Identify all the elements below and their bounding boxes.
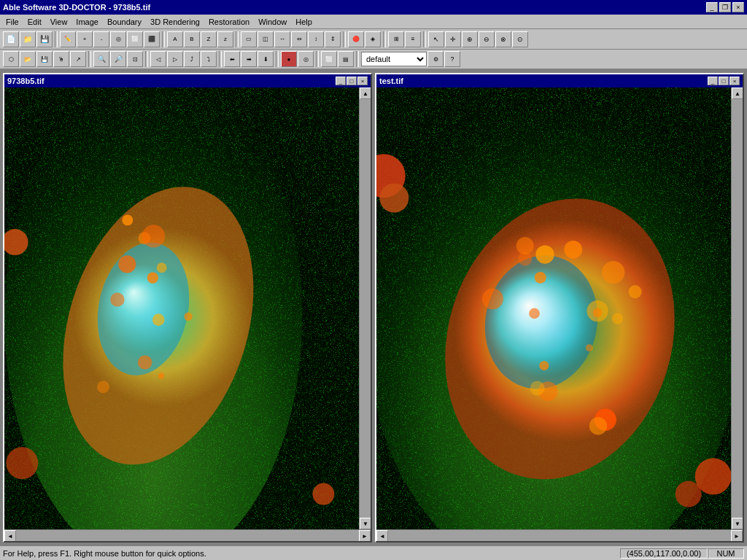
- scroll-left-1[interactable]: ◄: [4, 530, 16, 541]
- toolbar-sep-2: [162, 31, 165, 47]
- image-container-1[interactable]: [4, 88, 359, 529]
- scroll-up-2[interactable]: ▲: [732, 88, 743, 99]
- tool-b2[interactable]: +: [77, 31, 93, 47]
- menu-edit[interactable]: Edit: [23, 16, 46, 28]
- tool-d5[interactable]: ↗: [70, 51, 86, 67]
- tool-d2[interactable]: 📂: [20, 51, 36, 67]
- scroll-track-h-2[interactable]: [388, 530, 731, 541]
- tool-c3[interactable]: ⊗: [495, 31, 511, 47]
- menu-boundary[interactable]: Boundary: [103, 16, 146, 28]
- window-inner-2: ▲ ▼: [376, 88, 743, 529]
- child-title-2: test.tif: [379, 77, 403, 85]
- tool-b11[interactable]: ▭: [241, 31, 257, 47]
- scrollbar-v-1: ▲ ▼: [359, 88, 371, 529]
- tool-e4[interactable]: ◁: [150, 51, 166, 67]
- tool-b10[interactable]: z: [217, 31, 233, 47]
- tool-b8[interactable]: B: [184, 31, 200, 47]
- tool-e10[interactable]: ⬇: [258, 51, 274, 67]
- tool-d1[interactable]: ⬡: [3, 51, 19, 67]
- tool-new[interactable]: 📄: [3, 31, 19, 47]
- scrollbar-h-2: ◄ ►: [376, 529, 743, 541]
- child-max-2[interactable]: □: [719, 77, 729, 85]
- tool-d3[interactable]: 💾: [36, 51, 53, 67]
- child-close-1[interactable]: ×: [357, 77, 368, 85]
- scroll-track-v-1[interactable]: [360, 99, 371, 518]
- scroll-left-2[interactable]: ◄: [376, 530, 388, 541]
- tool-e11[interactable]: ●: [281, 51, 297, 67]
- tool-e6[interactable]: ⤴: [184, 51, 200, 67]
- scroll-right-1[interactable]: ►: [359, 530, 371, 541]
- menu-window[interactable]: Window: [254, 16, 291, 28]
- tool-b6[interactable]: ⬛: [144, 31, 160, 47]
- tool-d4[interactable]: 🖱: [53, 51, 69, 67]
- tool-e8[interactable]: ⬅: [224, 51, 240, 67]
- child-min-2[interactable]: _: [708, 77, 718, 85]
- minimize-button[interactable]: _: [706, 2, 718, 12]
- tool-c2[interactable]: ⊖: [479, 31, 495, 47]
- tool-b15[interactable]: ↕: [308, 31, 324, 47]
- tool-b14[interactable]: ⇔: [291, 31, 307, 47]
- tool-b7[interactable]: A: [167, 31, 183, 47]
- tool-b18[interactable]: ◈: [365, 31, 381, 47]
- tool-b13[interactable]: ↔: [274, 31, 290, 47]
- child-close-2[interactable]: ×: [729, 77, 740, 85]
- maximize-button[interactable]: ❐: [719, 2, 731, 12]
- child-min-1[interactable]: _: [336, 77, 346, 85]
- scrollbar-v-2: ▲ ▼: [731, 88, 743, 529]
- menu-restoration[interactable]: Restoration: [204, 16, 254, 28]
- close-button[interactable]: ×: [732, 2, 744, 12]
- toolbar-sep-3: [236, 31, 239, 47]
- menu-image[interactable]: Image: [71, 16, 103, 28]
- status-coordinates: (455.00,117.00,0.00): [620, 548, 708, 559]
- window-body-1: ▲ ▼ ◄ ►: [4, 88, 371, 541]
- tool-b17[interactable]: 🔴: [348, 31, 364, 47]
- tool-b5[interactable]: ⬜: [127, 31, 143, 47]
- tool-e9[interactable]: ➡: [241, 51, 257, 67]
- image-container-2[interactable]: [376, 88, 731, 529]
- tool-b19[interactable]: ⊞: [388, 31, 404, 47]
- tool-zoom-out[interactable]: 🔎: [110, 51, 126, 67]
- view-preset-select[interactable]: default: [361, 52, 427, 66]
- tool-b1[interactable]: ✏️: [60, 31, 76, 47]
- tool-help[interactable]: ?: [444, 51, 460, 67]
- tool-cursor[interactable]: ↖: [428, 31, 444, 47]
- tool-b3[interactable]: -: [93, 31, 109, 47]
- scroll-up-1[interactable]: ▲: [360, 88, 371, 99]
- tool-b12[interactable]: ◫: [258, 31, 274, 47]
- tool-e14[interactable]: ▤: [338, 51, 354, 67]
- child-max-1[interactable]: □: [347, 77, 357, 85]
- child-title-bar-1: 9738b5.tif _ □ ×: [4, 74, 371, 88]
- toolbar2-sep-1: [88, 51, 91, 67]
- menu-3drendering[interactable]: 3D Rendering: [146, 16, 204, 28]
- tool-c4[interactable]: ⊙: [512, 31, 528, 47]
- tool-b20[interactable]: ≡: [405, 31, 421, 47]
- child-title-bar-2: test.tif _ □ ×: [376, 74, 743, 88]
- tool-e5[interactable]: ▷: [167, 51, 183, 67]
- child-title-1: 9738b5.tif: [7, 77, 44, 85]
- toolbar2-sep-6: [356, 51, 359, 67]
- tool-open[interactable]: 📁: [20, 31, 36, 47]
- window-body-2: ▲ ▼ ◄ ►: [376, 88, 743, 541]
- tool-e7[interactable]: ⤵: [201, 51, 217, 67]
- main-title-bar: Able Software 3D-DOCTOR - 9738b5.tif _ ❐…: [0, 0, 747, 15]
- scroll-track-h-1[interactable]: [16, 530, 359, 541]
- menu-view[interactable]: View: [46, 16, 72, 28]
- tool-cross[interactable]: ✛: [445, 31, 461, 47]
- scroll-down-1[interactable]: ▼: [360, 518, 371, 529]
- tool-b9[interactable]: Z: [201, 31, 217, 47]
- cell-image-1: [4, 88, 359, 529]
- tool-b4[interactable]: ◎: [110, 31, 126, 47]
- menu-help[interactable]: Help: [291, 16, 317, 28]
- tool-b16[interactable]: ⇕: [325, 31, 341, 47]
- tool-e13[interactable]: ⬜: [321, 51, 337, 67]
- tool-mag[interactable]: ⊕: [462, 31, 478, 47]
- scroll-down-2[interactable]: ▼: [732, 518, 743, 529]
- tool-zoom-in[interactable]: 🔍: [93, 51, 109, 67]
- scroll-track-v-2[interactable]: [732, 99, 743, 518]
- tool-save[interactable]: 💾: [36, 31, 53, 47]
- tool-e3[interactable]: ⊡: [127, 51, 143, 67]
- tool-e12[interactable]: ◎: [298, 51, 314, 67]
- scroll-right-2[interactable]: ►: [731, 530, 743, 541]
- menu-file[interactable]: File: [1, 16, 23, 28]
- tool-f1[interactable]: ⚙: [427, 51, 444, 67]
